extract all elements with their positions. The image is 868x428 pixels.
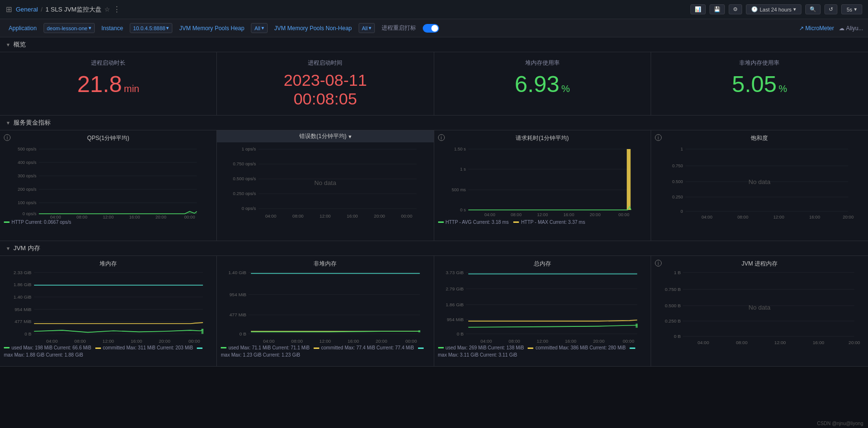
svg-text:00:00: 00:00 (622, 338, 634, 344)
svg-text:0.500 ops/s: 0.500 ops/s (233, 176, 256, 181)
svg-text:0.250 ops/s: 0.250 ops/s (233, 191, 256, 196)
share-icon[interactable]: ⋮ (113, 5, 121, 14)
chevron-icon: ▾ (89, 25, 91, 31)
svg-text:0.750 ops/s: 0.750 ops/s (233, 162, 256, 166)
svg-text:1.86 GiB: 1.86 GiB (446, 302, 463, 307)
qps-chart-svg: 500 ops/s 400 ops/s 300 ops/s 200 ops/s … (4, 144, 213, 219)
refresh-interval-button[interactable]: 5s ▾ (841, 4, 862, 14)
overview-section-header[interactable]: ▼ 概览 (0, 37, 868, 52)
svg-rect-98 (418, 330, 420, 332)
nonheap-label: JVM Memory Pools Non-Heap (271, 23, 356, 33)
heap-usage-card: 堆内存使用率 6.93 % (434, 52, 651, 115)
refresh-interval-label: 5s (846, 7, 852, 12)
chevron-down-icon2: ▾ (854, 6, 857, 12)
save-button[interactable]: 💾 (710, 4, 725, 14)
qps-legend: HTTP Current: 0.0667 ops/s (4, 220, 213, 225)
uptime-card: 进程启动时长 21.8 min (0, 52, 217, 115)
micrometerlink[interactable]: ↗ MicroMeter (799, 25, 834, 32)
svg-text:04:00: 04:00 (698, 340, 709, 344)
saturation-info-icon[interactable]: i (655, 134, 662, 141)
search-icon: 🔍 (810, 6, 816, 12)
process-memory-panel: i JVM 进程内存 1 B 0.750 B 0.500 B 0.250 B 0… (651, 256, 868, 366)
heap-max-dot (197, 347, 203, 349)
qps-info-icon[interactable]: i (4, 134, 11, 141)
jvm-title: JVM 内存 (13, 244, 40, 253)
svg-text:1 s: 1 s (460, 167, 466, 172)
application-dropdown[interactable]: deom-lesson-one ▾ (44, 23, 95, 33)
svg-text:00:00: 00:00 (406, 338, 417, 344)
time-range-label: Last 24 hours (760, 7, 792, 12)
filterbar: Application deom-lesson-one ▾ Instance 1… (0, 19, 868, 37)
errors-chart-panel: 错误数(1分钟平均) ▾ 1 ops/s 0.750 ops/s 0.500 o… (217, 130, 434, 241)
svg-text:08:00: 08:00 (508, 338, 520, 344)
starttime-value: 2023-08-11 00:08:05 (283, 71, 367, 108)
svg-text:12:00: 12:00 (319, 338, 331, 344)
golden-arrow: ▼ (6, 120, 11, 126)
nonheap-dropdown[interactable]: All ▾ (359, 23, 375, 33)
latency-chart-title: 请求耗时(1分钟平均) (438, 134, 647, 142)
nonheap-memory-chart: 1.40 GiB 954 MiB 477 MiB 0 B 04:00 08:00… (221, 270, 429, 344)
add-panel-icon: 📊 (695, 6, 701, 12)
instance-label: Instance (98, 23, 127, 33)
total-memory-title: 总内存 (438, 260, 647, 268)
latency-chart-area: 1.50 s 1 s 500 ms 0 s 04:00 08:00 12:00 … (438, 144, 647, 219)
grid-icon: ⊞ (6, 5, 12, 14)
svg-text:2.33 GiB: 2.33 GiB (13, 270, 31, 275)
search-button[interactable]: 🔍 (805, 4, 821, 14)
qps-legend-label: HTTP Current: 0.0667 ops/s (11, 220, 71, 225)
errors-dropdown-icon[interactable]: ▾ (349, 133, 351, 140)
svg-text:08:00: 08:00 (510, 212, 521, 217)
jvm-charts-grid: 堆内存 2.33 GiB 1.86 GiB 1.40 GiB 954 MiB 4… (0, 256, 868, 367)
svg-text:00:00: 00:00 (618, 212, 629, 217)
breadcrumb: General / 1 SLS JVM监控大盘 ☆ ⋮ (16, 5, 121, 14)
settings-button[interactable]: ⚙ (729, 4, 742, 14)
svg-text:20:00: 20:00 (593, 338, 604, 344)
aliyunlink[interactable]: ☁ Aliyu... (839, 25, 863, 32)
svg-text:08:00: 08:00 (74, 338, 86, 344)
heap-used-label: used Max: 198 MiB Current: 66.6 MiB (11, 345, 91, 350)
nonheap-usage-title: 非堆内存使用率 (739, 59, 779, 67)
svg-text:16:00: 16:00 (131, 338, 142, 344)
time-range-button[interactable]: 🕐 Last 24 hours ▾ (746, 4, 802, 14)
saturation-no-data: No data (749, 178, 771, 185)
restart-toggle[interactable] (423, 24, 439, 33)
svg-text:477 MiB: 477 MiB (15, 319, 32, 324)
heap-dropdown[interactable]: All ▾ (251, 23, 267, 33)
nonheap-used-dot (221, 347, 226, 348)
starttime-time: 00:08:05 (283, 90, 367, 108)
star-icon[interactable]: ☆ (104, 6, 110, 13)
errors-chart-title: 错误数(1分钟平均) ▾ (217, 130, 433, 142)
svg-text:300 ops/s: 300 ops/s (18, 174, 37, 178)
svg-text:1.40 GiB: 1.40 GiB (13, 294, 31, 300)
total-used-label: used Max: 269 MiB Current: 138 MiB (446, 345, 524, 350)
svg-text:08:00: 08:00 (77, 215, 88, 219)
latency-info-icon[interactable]: i (438, 134, 445, 141)
aliyunlink-label: Aliyu... (846, 25, 863, 32)
process-info-icon[interactable]: i (655, 260, 662, 266)
add-panel-button[interactable]: 📊 (690, 4, 706, 14)
breadcrumb-general[interactable]: General (16, 6, 38, 13)
refresh-button[interactable]: ↺ (824, 4, 837, 14)
svg-text:20:00: 20:00 (589, 212, 600, 217)
nonheap-memory-panel: 非堆内存 1.40 GiB 954 MiB 477 MiB 0 B 04:00 … (217, 256, 434, 366)
svg-text:1 ops/s: 1 ops/s (242, 147, 256, 151)
uptime-value: 21.8 min (77, 71, 139, 97)
nonheap-usage-card: 非堆内存使用率 5.05 % (651, 52, 868, 115)
svg-text:954 MiB: 954 MiB (229, 292, 246, 297)
svg-text:16:00: 16:00 (564, 338, 576, 344)
svg-text:500 ms: 500 ms (451, 187, 466, 192)
svg-text:0 B: 0 B (239, 331, 246, 336)
svg-text:20:00: 20:00 (376, 338, 387, 344)
svg-text:04:00: 04:00 (701, 215, 712, 219)
total-committed-label: committed Max: 386 MiB Current: 280 MiB (535, 345, 625, 350)
golden-section-header[interactable]: ▼ 服务黄金指标 (0, 116, 868, 130)
jvm-section-header[interactable]: ▼ JVM 内存 (0, 241, 868, 256)
nonheap-memory-legend: used Max: 71.1 MiB Current: 71.1 MiB com… (221, 345, 429, 358)
svg-text:12:00: 12:00 (774, 340, 786, 344)
svg-text:20:00: 20:00 (843, 215, 854, 219)
instance-dropdown[interactable]: 10.0.4.5:8888 ▾ (130, 23, 172, 33)
uptime-number: 21.8 (77, 71, 122, 97)
heap-memory-svg: 2.33 GiB 1.86 GiB 1.40 GiB 954 MiB 477 M… (4, 270, 213, 344)
svg-text:1: 1 (680, 147, 683, 151)
svg-text:12:00: 12:00 (102, 338, 114, 344)
